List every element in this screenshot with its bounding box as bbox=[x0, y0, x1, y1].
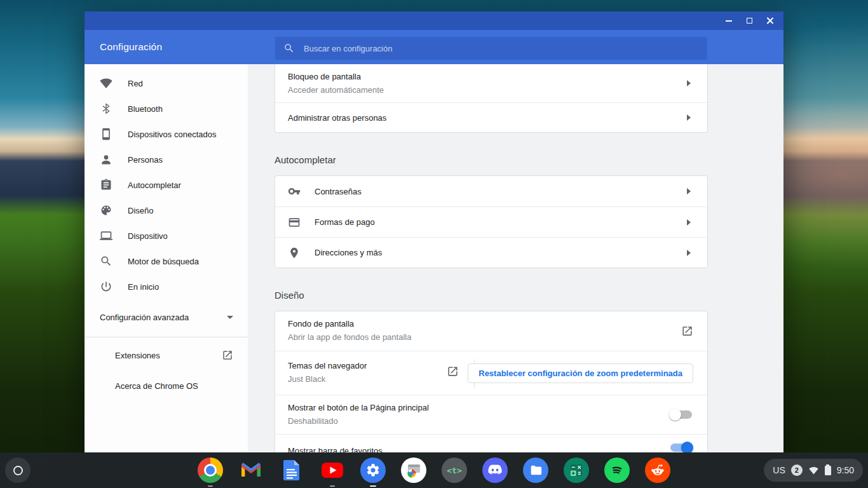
settings-content: Bloqueo de pantalla Acceder automáticame… bbox=[248, 64, 783, 452]
power-icon bbox=[100, 280, 112, 293]
sidebar-item-bluetooth[interactable]: Bluetooth bbox=[85, 96, 248, 121]
battery-icon bbox=[825, 466, 831, 475]
shelf-app-gmail[interactable] bbox=[238, 458, 264, 483]
settings-sidebar: Red Bluetooth Dispositivos conectados Pe… bbox=[85, 64, 248, 452]
smartphone-icon bbox=[100, 128, 112, 140]
home-button-toggle[interactable] bbox=[670, 410, 692, 419]
sidebar-item-red[interactable]: Red bbox=[85, 71, 248, 96]
search-field[interactable] bbox=[275, 37, 707, 60]
subpage-arrow-icon bbox=[687, 188, 691, 194]
running-indicator bbox=[330, 485, 335, 487]
passwords-row[interactable]: Contraseñas bbox=[275, 176, 707, 207]
sidebar-item-personas[interactable]: Personas bbox=[85, 147, 248, 172]
text-app-icon: <t> bbox=[442, 458, 467, 483]
launcher-icon bbox=[13, 466, 23, 475]
external-link-icon bbox=[222, 349, 233, 361]
shelf-app-discord[interactable] bbox=[482, 458, 508, 483]
addresses-row[interactable]: Direcciones y más bbox=[275, 237, 707, 268]
subpage-arrow-icon bbox=[687, 219, 691, 226]
calculator-icon bbox=[564, 458, 589, 483]
people-card: Bloqueo de pantalla Acceder automáticame… bbox=[275, 64, 708, 133]
notification-count-badge: 2 bbox=[791, 464, 803, 476]
shelf-app-files[interactable] bbox=[523, 458, 548, 483]
sidebar-item-acerca-de-chrome-os[interactable]: Acerca de Chrome OS bbox=[85, 373, 248, 398]
shelf-app-spotify[interactable] bbox=[604, 458, 630, 483]
browser-window-icon bbox=[401, 458, 426, 483]
youtube-icon bbox=[320, 458, 345, 483]
shelf-app-calculator[interactable] bbox=[564, 458, 589, 483]
key-icon bbox=[288, 185, 301, 198]
close-icon bbox=[766, 17, 773, 24]
keyboard-layout-indicator: US bbox=[773, 465, 785, 475]
palette-icon bbox=[100, 204, 112, 217]
shelf-app-youtube[interactable] bbox=[320, 458, 345, 483]
screen-lock-row[interactable]: Bloqueo de pantalla Acceder automáticame… bbox=[275, 64, 707, 102]
wifi-icon bbox=[808, 466, 819, 475]
minimize-button[interactable] bbox=[719, 11, 739, 30]
sidebar-item-dispositivos-conectados[interactable]: Dispositivos conectados bbox=[85, 121, 248, 147]
shelf-app-reddit[interactable] bbox=[645, 458, 670, 483]
laptop-icon bbox=[100, 229, 112, 242]
subpage-arrow-icon bbox=[687, 80, 691, 86]
person-icon bbox=[100, 153, 112, 166]
running-indicator bbox=[208, 485, 213, 487]
wifi-icon bbox=[100, 77, 112, 90]
reddit-icon bbox=[645, 458, 670, 483]
subpage-arrow-icon bbox=[687, 250, 691, 256]
settings-gear-icon bbox=[360, 458, 386, 483]
shelf-app-chrome[interactable] bbox=[198, 458, 223, 483]
search-input[interactable] bbox=[304, 44, 660, 53]
shelf-app-text[interactable]: <t> bbox=[442, 458, 467, 483]
maximize-button[interactable] bbox=[739, 11, 759, 30]
sidebar-divider bbox=[85, 337, 248, 337]
appearance-card: Fondo de pantalla Abrir la app de fondos… bbox=[275, 311, 708, 452]
window-titlebar[interactable] bbox=[85, 11, 783, 30]
maximize-icon bbox=[747, 18, 752, 24]
location-icon bbox=[288, 247, 301, 259]
folder-icon bbox=[523, 458, 548, 483]
wallpaper-row[interactable]: Fondo de pantalla Abrir la app de fondos… bbox=[275, 311, 707, 351]
payment-methods-row[interactable]: Formas de pago bbox=[275, 207, 707, 237]
credit-card-icon bbox=[288, 216, 301, 229]
minimize-icon bbox=[726, 20, 732, 22]
manage-other-people-row[interactable]: Administrar otras personas bbox=[275, 102, 707, 132]
settings-window: Configuración Red Bluetooth Dispositivos… bbox=[85, 11, 783, 452]
subpage-arrow-icon bbox=[687, 114, 691, 121]
spotify-icon bbox=[604, 458, 630, 483]
sidebar-item-configuracion-avanzada[interactable]: Configuración avanzada bbox=[85, 304, 248, 330]
close-button[interactable] bbox=[759, 11, 780, 30]
external-link-icon bbox=[447, 365, 459, 377]
search-icon bbox=[283, 43, 295, 54]
shelf: <t> bbox=[0, 452, 868, 488]
discord-icon bbox=[482, 458, 508, 483]
bookmarks-bar-toggle[interactable] bbox=[670, 444, 692, 452]
bluetooth-icon bbox=[100, 102, 112, 115]
active-indicator bbox=[370, 485, 376, 487]
sidebar-item-en-inicio[interactable]: En inicio bbox=[85, 274, 248, 299]
status-tray[interactable]: US 2 9:50 bbox=[764, 459, 863, 482]
gmail-icon bbox=[238, 458, 264, 483]
docs-icon bbox=[279, 458, 304, 483]
autofill-card: Contraseñas Formas de pago Direcciones y… bbox=[275, 175, 708, 268]
shelf-app-docs[interactable] bbox=[279, 458, 304, 483]
sidebar-item-extensiones[interactable]: Extensiones bbox=[85, 342, 248, 368]
external-link-icon bbox=[681, 325, 693, 337]
bookmarks-bar-row: Mostrar barra de favoritos bbox=[275, 434, 707, 452]
sidebar-item-diseno[interactable]: Diseño bbox=[85, 198, 248, 223]
sidebar-item-dispositivo[interactable]: Dispositivo bbox=[85, 223, 248, 248]
page-title: Configuración bbox=[100, 30, 162, 64]
settings-header: Configuración bbox=[85, 30, 783, 64]
browser-themes-row[interactable]: Temas del navegador Just Black Restablec… bbox=[275, 351, 707, 395]
section-title-autocompletar: Autocompletar bbox=[275, 154, 708, 165]
shelf-app-settings[interactable] bbox=[360, 458, 386, 483]
assignment-icon bbox=[100, 179, 112, 191]
sidebar-item-motor-de-busqueda[interactable]: Motor de búsqueda bbox=[85, 248, 248, 274]
shelf-app-chrome-web-app[interactable] bbox=[401, 458, 426, 483]
chevron-down-icon bbox=[227, 316, 233, 319]
section-title-diseno: Diseño bbox=[275, 290, 708, 301]
launcher-button[interactable] bbox=[5, 458, 31, 483]
reset-zoom-button[interactable]: Restablecer configuración de zoom predet… bbox=[468, 363, 693, 383]
shelf-apps: <t> bbox=[198, 458, 670, 483]
sidebar-item-autocompletar[interactable]: Autocompletar bbox=[85, 172, 248, 198]
home-button-row: Mostrar el botón de la Página principal … bbox=[275, 395, 707, 434]
